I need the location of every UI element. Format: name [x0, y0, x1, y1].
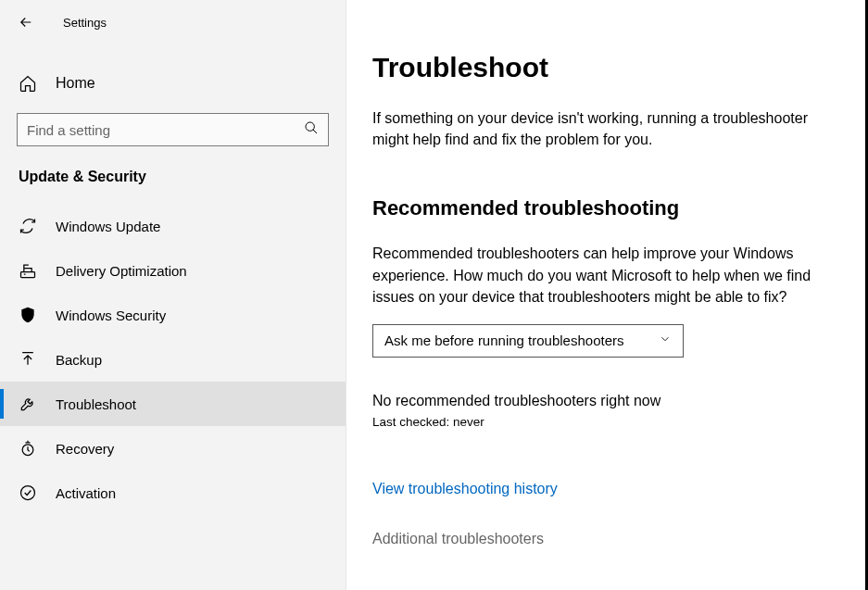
back-button[interactable]	[17, 13, 35, 31]
sidebar-item-label: Windows Update	[56, 219, 160, 234]
home-icon	[19, 74, 37, 93]
sidebar-item-windows-security[interactable]: Windows Security	[0, 293, 346, 337]
troubleshoot-preference-dropdown[interactable]: Ask me before running troubleshooters	[372, 324, 684, 358]
shield-icon	[19, 306, 37, 324]
wrench-icon	[19, 395, 37, 413]
view-history-link[interactable]: View troubleshooting history	[372, 481, 558, 497]
recovery-icon	[19, 439, 37, 458]
search-box[interactable]	[17, 113, 329, 146]
check-circle-icon	[19, 483, 37, 502]
no-recommended-text: No recommended troubleshooters right now	[372, 393, 834, 409]
sidebar-item-label: Windows Security	[56, 308, 166, 323]
sidebar-item-activation[interactable]: Activation	[0, 471, 346, 515]
dropdown-selected-value: Ask me before running troubleshooters	[384, 333, 623, 348]
arrow-left-icon	[18, 14, 34, 31]
sidebar-item-label: Backup	[56, 352, 102, 368]
svg-rect-1	[21, 272, 35, 278]
main-content: Troubleshoot If something on your device…	[346, 0, 868, 590]
sidebar-item-recovery[interactable]: Recovery	[0, 426, 346, 471]
sync-icon	[19, 217, 37, 235]
svg-point-3	[21, 486, 35, 500]
delivery-icon	[19, 261, 37, 280]
page-title: Troubleshoot	[372, 52, 834, 83]
home-label: Home	[56, 75, 95, 92]
nav-list: Windows Update Delivery Optimization Win…	[0, 204, 346, 515]
search-input[interactable]	[27, 122, 304, 138]
sidebar-item-troubleshoot[interactable]: Troubleshoot	[0, 382, 346, 426]
search-icon	[304, 120, 319, 139]
sidebar-item-backup[interactable]: Backup	[0, 337, 346, 382]
section-label: Update & Security	[0, 146, 346, 195]
chevron-down-icon	[659, 333, 672, 348]
recommended-heading: Recommended troubleshooting	[372, 196, 834, 220]
additional-troubleshooters-link[interactable]: Additional troubleshooters	[372, 531, 834, 547]
last-checked-text: Last checked: never	[372, 415, 834, 429]
sidebar-item-label: Troubleshoot	[56, 396, 136, 412]
svg-point-0	[306, 122, 314, 131]
sidebar-item-label: Activation	[56, 485, 116, 501]
sidebar: Settings Home Update & Security Windows …	[0, 0, 346, 590]
sidebar-item-delivery-optimization[interactable]: Delivery Optimization	[0, 248, 346, 293]
recommended-description: Recommended troubleshooters can help imp…	[372, 243, 834, 308]
backup-icon	[19, 350, 37, 369]
settings-title: Settings	[63, 16, 107, 30]
sidebar-item-label: Delivery Optimization	[56, 263, 187, 279]
sidebar-item-label: Recovery	[56, 441, 114, 457]
intro-text: If something on your device isn't workin…	[372, 107, 834, 150]
home-button[interactable]: Home	[0, 61, 346, 106]
sidebar-item-windows-update[interactable]: Windows Update	[0, 204, 346, 248]
header-row: Settings	[0, 0, 346, 44]
